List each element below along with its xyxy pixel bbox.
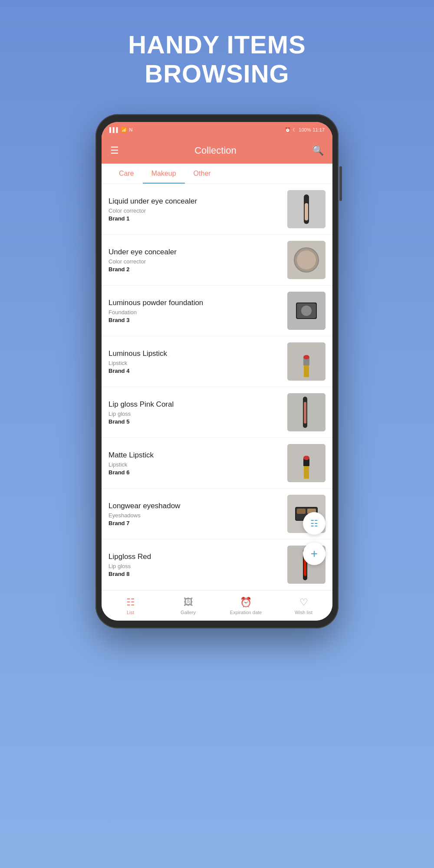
item-category: Color corrector <box>108 258 282 265</box>
list-nav-icon: ☷ <box>126 597 135 608</box>
item-brand: Brand 7 <box>108 520 282 526</box>
item-category: Lipstick <box>108 461 282 468</box>
status-right: ⏰ ☾ 100% 11:17 <box>285 127 325 133</box>
alarm-icon: ⏰ <box>285 127 291 133</box>
item-info: Lipgloss Red Lip gloss Brand 8 <box>108 552 282 577</box>
list-item[interactable]: Lip gloss Pink Coral Lip gloss Brand 5 <box>102 387 332 438</box>
bottom-nav: ☷ List 🖼 Gallery ⏰ Expiration date ♡ Wis… <box>102 590 332 621</box>
search-icon[interactable]: 🔍 <box>312 145 324 156</box>
item-thumbnail <box>287 342 326 381</box>
list-item[interactable]: Luminous Lipstick Lipstick Brand 4 <box>102 336 332 387</box>
status-bar: ▌▌▌ 📶 N ⏰ ☾ 100% 11:17 <box>102 122 332 138</box>
svg-rect-18 <box>304 465 309 479</box>
time-display: 11:17 <box>312 127 325 132</box>
tab-other[interactable]: Other <box>185 164 220 184</box>
signal-icon: ▌▌▌ <box>109 127 119 132</box>
item-name: Under eye concealer <box>108 247 282 257</box>
tab-makeup[interactable]: Makeup <box>143 164 185 184</box>
item-info: Luminous powder foundation Foundation Br… <box>108 298 282 323</box>
item-category: Foundation <box>108 309 282 316</box>
svg-rect-11 <box>304 364 309 377</box>
item-name: Lip gloss Pink Coral <box>108 400 282 409</box>
svg-point-5 <box>297 250 316 270</box>
item-category: Eyeshadows <box>108 512 282 519</box>
item-info: Luminous Lipstick Lipstick Brand 4 <box>108 349 282 374</box>
hero-title: HANDY ITEMS BROWSING <box>128 30 306 88</box>
item-name: Lipgloss Red <box>108 552 282 562</box>
list-item[interactable]: Luminous powder foundation Foundation Br… <box>102 286 332 336</box>
nfc-icon: N <box>129 127 132 132</box>
svg-point-20 <box>303 456 309 460</box>
nav-list-label: List <box>127 610 134 615</box>
item-brand: Brand 2 <box>108 266 282 273</box>
item-thumbnail <box>287 393 326 431</box>
item-thumbnail <box>287 292 326 330</box>
item-brand: Brand 8 <box>108 571 282 577</box>
nav-wishlist-label: Wish list <box>295 610 312 615</box>
nav-wishlist[interactable]: ♡ Wish list <box>275 597 332 615</box>
svg-point-13 <box>303 355 309 359</box>
item-name: Luminous powder foundation <box>108 298 282 308</box>
item-info: Longwear eyeshadow Eyeshadows Brand 7 <box>108 501 282 526</box>
list-container: Liquid under eye concealer Color correct… <box>102 184 332 590</box>
item-thumbnail <box>287 444 326 482</box>
item-name: Matte Lipstick <box>108 450 282 460</box>
svg-rect-2 <box>305 203 308 220</box>
list-item[interactable]: Matte Lipstick Lipstick Brand 6 <box>102 438 332 489</box>
nav-expiration[interactable]: ⏰ Expiration date <box>217 597 275 615</box>
item-category: Color corrector <box>108 207 282 214</box>
item-thumbnail <box>287 190 326 228</box>
nav-expiration-label: Expiration date <box>230 610 262 615</box>
svg-rect-24 <box>297 509 306 514</box>
add-fab-button[interactable]: + <box>303 542 326 565</box>
wishlist-nav-icon: ♡ <box>299 597 308 608</box>
item-thumbnail <box>287 241 326 279</box>
phone-screen: ▌▌▌ 📶 N ⏰ ☾ 100% 11:17 ☰ Collection 🔍 <box>102 122 332 621</box>
item-info: Under eye concealer Color corrector Bran… <box>108 247 282 273</box>
filter-icon: ☷ <box>310 518 318 529</box>
item-brand: Brand 1 <box>108 215 282 222</box>
nav-gallery-label: Gallery <box>181 610 196 615</box>
moon-icon: ☾ <box>293 127 297 133</box>
tab-bar: Care Makeup Other <box>102 164 332 184</box>
item-category: Lipstick <box>108 360 282 366</box>
battery-text: 100% <box>299 127 311 132</box>
item-category: Lip gloss <box>108 563 282 569</box>
filter-fab-button[interactable]: ☷ <box>303 512 326 535</box>
tab-care[interactable]: Care <box>110 164 143 184</box>
list-item[interactable]: Longwear eyeshadow Eyeshadows Brand 7 <box>102 489 332 539</box>
gallery-nav-icon: 🖼 <box>184 597 193 608</box>
item-brand: Brand 6 <box>108 469 282 476</box>
app-bar-title: Collection <box>194 145 237 156</box>
wifi-icon: 📶 <box>121 127 127 133</box>
add-icon: + <box>311 547 318 561</box>
app-bar: ☰ Collection 🔍 <box>102 138 332 164</box>
phone-mockup: ▌▌▌ 📶 N ⏰ ☾ 100% 11:17 ☰ Collection 🔍 <box>95 114 339 628</box>
item-list: Liquid under eye concealer Color correct… <box>102 184 332 590</box>
item-name: Luminous Lipstick <box>108 349 282 358</box>
item-brand: Brand 4 <box>108 368 282 374</box>
expiration-nav-icon: ⏰ <box>240 597 252 608</box>
side-button <box>339 166 342 201</box>
svg-rect-16 <box>304 402 306 424</box>
item-info: Lip gloss Pink Coral Lip gloss Brand 5 <box>108 400 282 425</box>
item-info: Matte Lipstick Lipstick Brand 6 <box>108 450 282 476</box>
list-item[interactable]: Liquid under eye concealer Color correct… <box>102 184 332 235</box>
list-item[interactable]: Under eye concealer Color corrector Bran… <box>102 235 332 286</box>
nav-list[interactable]: ☷ List <box>102 597 159 615</box>
item-info: Liquid under eye concealer Color correct… <box>108 197 282 222</box>
item-name: Liquid under eye concealer <box>108 197 282 206</box>
item-brand: Brand 3 <box>108 317 282 323</box>
svg-point-9 <box>301 306 312 316</box>
item-brand: Brand 5 <box>108 418 282 425</box>
nav-gallery[interactable]: 🖼 Gallery <box>159 597 217 615</box>
item-name: Longwear eyeshadow <box>108 501 282 511</box>
list-item[interactable]: Lipgloss Red Lip gloss Brand 8 <box>102 539 332 590</box>
item-category: Lip gloss <box>108 411 282 417</box>
menu-icon[interactable]: ☰ <box>110 145 119 156</box>
status-left: ▌▌▌ 📶 N <box>109 127 132 133</box>
